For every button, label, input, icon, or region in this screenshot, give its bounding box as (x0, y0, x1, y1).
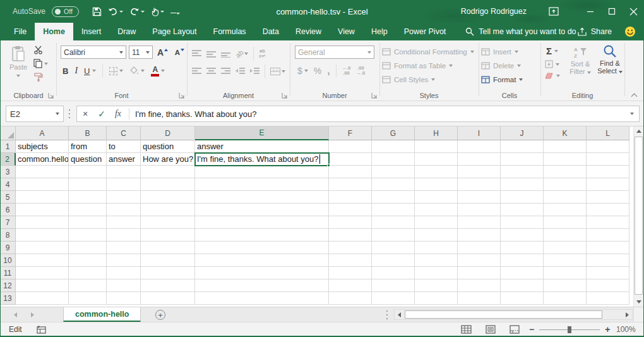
cell-g6[interactable] (372, 204, 415, 216)
cell-i9[interactable] (458, 242, 501, 254)
cell-f12[interactable] (329, 279, 372, 292)
underline-button[interactable]: U (84, 66, 96, 76)
tab-scroll-splitter[interactable] (386, 310, 388, 320)
cell-j13[interactable] (501, 292, 544, 305)
cell-g4[interactable] (372, 178, 415, 191)
delete-button[interactable]: Delete (479, 59, 540, 73)
zoom-slider[interactable] (539, 325, 600, 334)
cell-h12[interactable] (415, 279, 458, 292)
cell-h2[interactable] (415, 153, 458, 166)
row-header-9[interactable]: 9 (0, 242, 16, 254)
tab-view[interactable]: View (330, 23, 363, 40)
select-all-button[interactable] (0, 126, 16, 140)
cell-g12[interactable] (372, 279, 415, 292)
format-button[interactable]: Format (479, 73, 540, 87)
cell-c10[interactable] (107, 254, 141, 267)
row-header-13[interactable]: 13 (0, 292, 16, 305)
cell-l1[interactable] (587, 140, 629, 153)
cell-k6[interactable] (544, 204, 587, 216)
cell-h8[interactable] (415, 229, 458, 242)
font-name-combo[interactable]: Calibri (61, 46, 126, 59)
conditional-formatting-button[interactable]: Conditional Formatting (379, 45, 479, 59)
share-button[interactable]: Share (577, 23, 612, 40)
cell-l12[interactable] (587, 279, 629, 292)
user-name[interactable]: Rodrigo Rodriguez (461, 7, 527, 16)
column-header-d[interactable]: D (141, 126, 195, 140)
cell-a4[interactable] (16, 178, 69, 191)
cell-c6[interactable] (107, 204, 141, 216)
tab-page-layout[interactable]: Page Layout (144, 23, 205, 40)
cell-j7[interactable] (501, 216, 544, 229)
tab-draw[interactable]: Draw (109, 23, 144, 40)
cell-f8[interactable] (329, 229, 372, 242)
cell-c4[interactable] (107, 178, 141, 191)
cell-e12[interactable] (195, 279, 329, 292)
normal-view-button[interactable] (461, 325, 472, 334)
cell-l6[interactable] (587, 204, 629, 216)
cell-i2[interactable] (458, 153, 501, 166)
cell-i3[interactable] (458, 166, 501, 178)
cell-h3[interactable] (415, 166, 458, 178)
cell-d4[interactable] (141, 178, 195, 191)
tab-file[interactable]: File (6, 23, 35, 40)
cell-l8[interactable] (587, 229, 629, 242)
cell-c1[interactable]: to (107, 140, 141, 153)
cell-d1[interactable]: question (141, 140, 195, 153)
cell-i10[interactable] (458, 254, 501, 267)
cell-d11[interactable] (141, 267, 195, 279)
cell-k4[interactable] (544, 178, 587, 191)
cell-h6[interactable] (415, 204, 458, 216)
cell-h11[interactable] (415, 267, 458, 279)
fill-color-button[interactable] (129, 66, 145, 75)
increase-font-size-button[interactable]: A (155, 47, 170, 58)
redo-button[interactable] (128, 4, 146, 19)
cell-i8[interactable] (458, 229, 501, 242)
cell-b5[interactable] (69, 191, 107, 204)
tab-formulas[interactable]: Formulas (205, 23, 254, 40)
cell-a7[interactable] (16, 216, 69, 229)
collapse-ribbon-button[interactable] (632, 92, 638, 97)
cell-c9[interactable] (107, 242, 141, 254)
align-top-icon[interactable] (192, 50, 201, 58)
copy-button[interactable] (33, 59, 48, 68)
borders-button[interactable] (109, 67, 123, 75)
horizontal-scrollbar[interactable] (394, 309, 633, 320)
tab-home[interactable]: Home (35, 23, 73, 40)
column-header-k[interactable]: K (544, 126, 587, 140)
cell-d7[interactable] (141, 216, 195, 229)
close-button[interactable] (623, 0, 644, 23)
cell-a5[interactable] (16, 191, 69, 204)
cell-l13[interactable] (587, 292, 629, 305)
orientation-button[interactable]: ab (236, 50, 248, 58)
column-header-c[interactable]: C (107, 126, 141, 140)
page-break-preview-button[interactable] (510, 325, 520, 334)
cell-j5[interactable] (501, 191, 544, 204)
cell-d12[interactable] (141, 279, 195, 292)
column-header-f[interactable]: F (329, 126, 372, 140)
cell-e7[interactable] (195, 216, 329, 229)
column-header-j[interactable]: J (501, 126, 544, 140)
cell-e9[interactable] (195, 242, 329, 254)
cell-g13[interactable] (372, 292, 415, 305)
minimize-button[interactable] (580, 0, 601, 23)
cell-d6[interactable] (141, 204, 195, 216)
cell-d2[interactable]: How are you? (141, 153, 195, 166)
cell-e8[interactable] (195, 229, 329, 242)
save-button[interactable] (90, 4, 104, 19)
cell-b12[interactable] (69, 279, 107, 292)
cell-g11[interactable] (372, 267, 415, 279)
tab-help[interactable]: Help (363, 23, 396, 40)
cell-i7[interactable] (458, 216, 501, 229)
cell-j1[interactable] (501, 140, 544, 153)
cell-l3[interactable] (587, 166, 629, 178)
find-select-button[interactable]: Find &Select (596, 44, 624, 75)
cell-e2[interactable]: I'm fine, thanks. What about you? (195, 153, 329, 166)
align-center-icon[interactable] (206, 68, 216, 75)
enter-button[interactable]: ✓ (93, 109, 110, 119)
cell-g8[interactable] (372, 229, 415, 242)
cell-h10[interactable] (415, 254, 458, 267)
cell-e5[interactable] (195, 191, 329, 204)
column-header-a[interactable]: A (16, 126, 69, 140)
cell-a6[interactable] (16, 204, 69, 216)
cell-g1[interactable] (372, 140, 415, 153)
